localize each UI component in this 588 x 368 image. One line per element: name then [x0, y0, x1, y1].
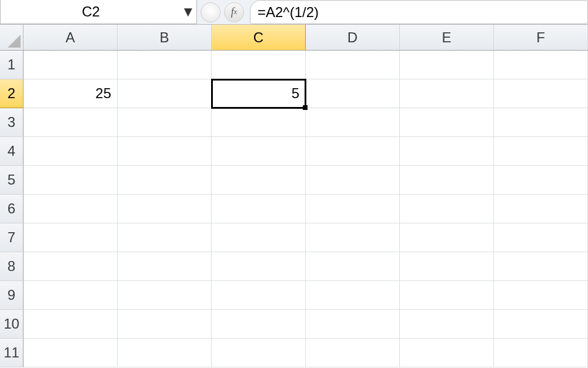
formula-input[interactable]: =A2^(1/2) [250, 0, 588, 24]
cell-C11[interactable] [212, 339, 306, 367]
cell-D2[interactable] [306, 79, 400, 108]
row-8: 8 [0, 252, 588, 281]
row-6: 6 [0, 195, 588, 223]
cell-B7[interactable] [118, 223, 212, 252]
cell-D10[interactable] [306, 310, 400, 339]
row-head-10[interactable]: 10 [0, 310, 24, 339]
col-head-E[interactable]: E [400, 25, 494, 50]
cell-B6[interactable] [118, 195, 212, 223]
col-head-D[interactable]: D [306, 25, 400, 50]
col-head-A[interactable]: A [24, 25, 118, 50]
cell-C3[interactable] [212, 108, 306, 137]
cell-A9[interactable] [24, 281, 118, 310]
cell-D3[interactable] [306, 108, 400, 137]
cell-D1[interactable] [306, 51, 400, 79]
cell-B3[interactable] [118, 108, 212, 137]
cell-F10[interactable] [494, 310, 588, 339]
cell-E2[interactable] [400, 79, 494, 108]
cell-A7[interactable] [24, 223, 118, 252]
select-all-triangle[interactable] [0, 25, 24, 50]
cell-F11[interactable] [494, 339, 588, 367]
cell-E10[interactable] [400, 310, 494, 339]
cell-B2[interactable] [118, 79, 212, 108]
row-head-4[interactable]: 4 [0, 137, 24, 166]
cell-A11[interactable] [24, 339, 118, 367]
cell-C8[interactable] [212, 252, 306, 281]
cell-B1[interactable] [118, 51, 212, 79]
row-7: 7 [0, 223, 588, 252]
cell-C10[interactable] [212, 310, 306, 339]
cell-A4[interactable] [24, 137, 118, 166]
cell-D11[interactable] [306, 339, 400, 367]
row-3: 3 [0, 108, 588, 137]
row-9: 9 [0, 281, 588, 310]
cell-B8[interactable] [118, 252, 212, 281]
cell-E8[interactable] [400, 252, 494, 281]
row-head-11[interactable]: 11 [0, 339, 24, 367]
col-head-F[interactable]: F [494, 25, 588, 50]
cell-F5[interactable] [494, 166, 588, 195]
spreadsheet-grid: A B C D E F 1 2 25 5 3 4 [0, 25, 588, 367]
cell-A3[interactable] [24, 108, 118, 137]
cell-C6[interactable] [212, 195, 306, 223]
cell-F2[interactable] [494, 79, 588, 108]
chevron-down-icon[interactable]: ▼ [181, 4, 196, 20]
cell-D5[interactable] [306, 166, 400, 195]
name-box-value: C2 [1, 4, 181, 20]
cell-A10[interactable] [24, 310, 118, 339]
cell-F1[interactable] [494, 51, 588, 79]
cell-B10[interactable] [118, 310, 212, 339]
cell-C9[interactable] [212, 281, 306, 310]
cell-C7[interactable] [212, 223, 306, 252]
row-head-8[interactable]: 8 [0, 252, 24, 281]
cell-E3[interactable] [400, 108, 494, 137]
fx-icon[interactable]: fx [224, 2, 244, 22]
cell-F8[interactable] [494, 252, 588, 281]
row-head-7[interactable]: 7 [0, 223, 24, 252]
cell-C2[interactable]: 5 [212, 79, 306, 108]
row-head-1[interactable]: 1 [0, 51, 24, 79]
cell-E4[interactable] [400, 137, 494, 166]
cell-D9[interactable] [306, 281, 400, 310]
cell-C4[interactable] [212, 137, 306, 166]
name-box[interactable]: C2 ▼ [0, 0, 197, 24]
cell-C5[interactable] [212, 166, 306, 195]
cell-A1[interactable] [24, 51, 118, 79]
row-head-5[interactable]: 5 [0, 166, 24, 195]
cell-F3[interactable] [494, 108, 588, 137]
cell-E6[interactable] [400, 195, 494, 223]
cell-D4[interactable] [306, 137, 400, 166]
cancel-formula-button[interactable] [201, 2, 220, 22]
cell-C1[interactable] [212, 51, 306, 79]
cell-F4[interactable] [494, 137, 588, 166]
cell-D7[interactable] [306, 223, 400, 252]
cell-F9[interactable] [494, 281, 588, 310]
col-head-C[interactable]: C [212, 25, 306, 50]
cell-E7[interactable] [400, 223, 494, 252]
row-4: 4 [0, 137, 588, 166]
cell-B5[interactable] [118, 166, 212, 195]
cell-A8[interactable] [24, 252, 118, 281]
cell-A2[interactable]: 25 [24, 79, 118, 108]
cell-F6[interactable] [494, 195, 588, 223]
cell-B11[interactable] [118, 339, 212, 367]
cell-B9[interactable] [118, 281, 212, 310]
cell-F7[interactable] [494, 223, 588, 252]
cell-D8[interactable] [306, 252, 400, 281]
row-head-6[interactable]: 6 [0, 195, 24, 223]
cell-A5[interactable] [24, 166, 118, 195]
row-head-2[interactable]: 2 [0, 79, 24, 108]
row-head-9[interactable]: 9 [0, 281, 24, 310]
column-headers: A B C D E F [0, 25, 588, 51]
formula-bar: C2 ▼ fx =A2^(1/2) [0, 0, 588, 25]
cell-E11[interactable] [400, 339, 494, 367]
cell-D6[interactable] [306, 195, 400, 223]
row-head-3[interactable]: 3 [0, 108, 24, 137]
cell-E9[interactable] [400, 281, 494, 310]
cell-A6[interactable] [24, 195, 118, 223]
cell-E5[interactable] [400, 166, 494, 195]
cell-B4[interactable] [118, 137, 212, 166]
col-head-B[interactable]: B [118, 25, 212, 50]
formula-text: =A2^(1/2) [258, 4, 319, 21]
cell-E1[interactable] [400, 51, 494, 79]
